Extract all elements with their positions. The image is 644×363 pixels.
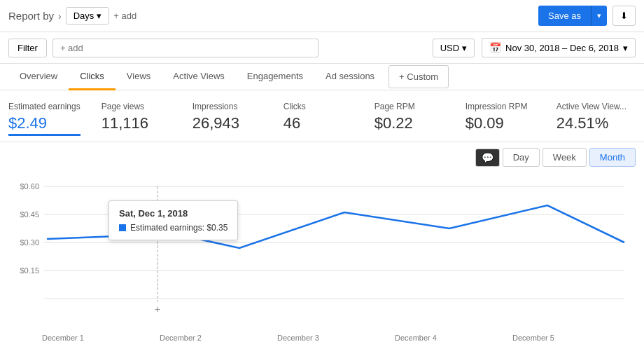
report-by-label: Report by bbox=[8, 10, 54, 22]
svg-text:+: + bbox=[155, 303, 160, 315]
x-label-dec5: December 5 bbox=[512, 334, 554, 342]
x-label-dec3: December 3 bbox=[277, 334, 319, 342]
svg-text:$0.15: $0.15 bbox=[20, 266, 39, 275]
chart-svg: $0.60 $0.45 $0.30 $0.15 + bbox=[8, 172, 636, 327]
stat-page-rpm: Page RPM $0.22 bbox=[374, 102, 444, 132]
tab-engagements[interactable]: Engagements bbox=[236, 64, 314, 90]
days-button[interactable]: Days ▾ bbox=[66, 7, 110, 25]
tab-views[interactable]: Views bbox=[115, 64, 162, 90]
x-label-dec1: December 1 bbox=[42, 334, 84, 342]
filter-button[interactable]: Filter bbox=[8, 39, 47, 57]
x-label-dec2: December 2 bbox=[160, 334, 202, 342]
filter-input[interactable] bbox=[52, 39, 318, 57]
day-button[interactable]: Day bbox=[503, 148, 540, 167]
tab-active-views[interactable]: Active Views bbox=[162, 64, 235, 90]
save-as-group: Save as ▾ bbox=[538, 6, 607, 26]
tabs-bar: Overview Clicks Views Active Views Engag… bbox=[0, 64, 644, 90]
stat-value-clicks: 46 bbox=[284, 114, 354, 132]
tab-custom[interactable]: + Custom bbox=[388, 65, 449, 88]
stat-label-impression-rpm: Impression RPM bbox=[465, 102, 536, 111]
stat-value-impression-rpm: $0.09 bbox=[465, 114, 536, 132]
add-link[interactable]: + add bbox=[113, 11, 136, 21]
top-bar-right: Save as ▾ ⬇ bbox=[538, 6, 636, 26]
stat-active-view: Active View View... 24.51% bbox=[556, 102, 626, 132]
save-as-button[interactable]: Save as bbox=[538, 6, 591, 26]
stat-value-estimated-earnings: $2.49 bbox=[8, 114, 80, 136]
date-range-button[interactable]: 📅 Nov 30, 2018 – Dec 6, 2018 ▾ bbox=[482, 38, 636, 57]
stats-row: Estimated earnings $2.49 Page views 11,1… bbox=[0, 90, 644, 142]
filter-bar-left: Filter bbox=[8, 39, 318, 57]
stat-page-views: Page views 11,116 bbox=[102, 102, 172, 132]
stat-estimated-earnings: Estimated earnings $2.49 bbox=[8, 102, 80, 136]
chevron-right-icon: › bbox=[58, 11, 62, 22]
svg-text:$0.60: $0.60 bbox=[20, 182, 39, 191]
filter-bar-right: USD ▾ 📅 Nov 30, 2018 – Dec 6, 2018 ▾ bbox=[433, 38, 636, 57]
week-button[interactable]: Week bbox=[542, 148, 587, 167]
top-bar-left: Report by › Days ▾ + add bbox=[8, 7, 136, 25]
stat-label-impressions: Impressions bbox=[192, 102, 262, 111]
stat-value-impressions: 26,943 bbox=[192, 114, 262, 132]
save-as-arrow-button[interactable]: ▾ bbox=[591, 6, 607, 26]
tab-overview[interactable]: Overview bbox=[8, 64, 69, 90]
stat-impression-rpm: Impression RPM $0.09 bbox=[465, 102, 536, 132]
tab-ad-sessions[interactable]: Ad sessions bbox=[314, 64, 386, 90]
stat-label-clicks: Clicks bbox=[284, 102, 354, 111]
top-bar: Report by › Days ▾ + add Save as ▾ ⬇ bbox=[0, 0, 644, 32]
calendar-icon: 📅 bbox=[489, 42, 501, 53]
chart-controls: 💬 Day Week Month bbox=[0, 142, 644, 172]
currency-button[interactable]: USD ▾ bbox=[433, 39, 475, 57]
stat-label-estimated-earnings: Estimated earnings bbox=[8, 102, 80, 111]
stat-clicks: Clicks 46 bbox=[284, 102, 354, 132]
download-button[interactable]: ⬇ bbox=[612, 6, 636, 26]
stat-value-page-rpm: $0.22 bbox=[374, 114, 444, 132]
annotation-button[interactable]: 💬 bbox=[475, 149, 500, 167]
filter-bar: Filter USD ▾ 📅 Nov 30, 2018 – Dec 6, 201… bbox=[0, 32, 644, 64]
stat-value-active-view: 24.51% bbox=[556, 114, 626, 132]
svg-text:$0.30: $0.30 bbox=[20, 238, 39, 247]
chart-area: $0.60 $0.45 $0.30 $0.15 + Sat, Dec 1, 20… bbox=[0, 172, 644, 334]
month-button[interactable]: Month bbox=[589, 148, 636, 167]
stat-value-page-views: 11,116 bbox=[102, 114, 172, 132]
svg-text:$0.45: $0.45 bbox=[20, 210, 39, 219]
x-label-dec4: December 4 bbox=[395, 334, 437, 342]
tab-clicks[interactable]: Clicks bbox=[69, 64, 115, 90]
stat-impressions: Impressions 26,943 bbox=[192, 102, 262, 132]
stat-label-page-views: Page views bbox=[102, 102, 172, 111]
x-axis-labels: December 1 December 2 December 3 Decembe… bbox=[0, 334, 644, 342]
stat-label-active-view: Active View View... bbox=[556, 102, 626, 111]
stat-label-page-rpm: Page RPM bbox=[374, 102, 444, 111]
